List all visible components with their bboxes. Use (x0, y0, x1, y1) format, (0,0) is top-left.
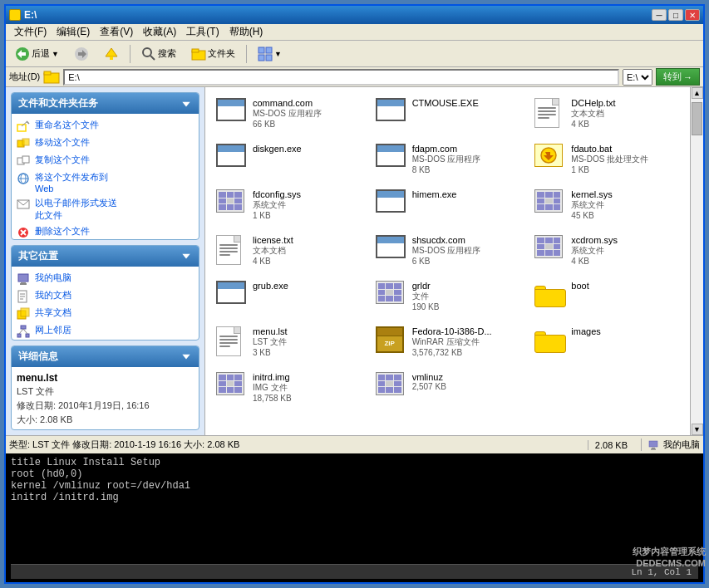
file-type: 系统文件 (571, 245, 679, 257)
file-item[interactable]: grldr文件190 KB (372, 277, 524, 316)
task-move[interactable]: 移动这个文件 (17, 135, 194, 152)
svg-marker-31 (182, 254, 190, 259)
drive-icon (43, 70, 60, 85)
view-dropdown-arrow: ▼ (274, 50, 282, 58)
menubar: 文件(F) 编辑(E) 查看(V) 收藏(A) 工具(T) 帮助(H) (6, 24, 703, 41)
file-item[interactable]: diskgen.exe (212, 140, 365, 179)
file-name: boot (571, 281, 679, 291)
svg-rect-10 (258, 47, 264, 53)
task-email[interactable]: 以电子邮件形式发送此文件 (17, 195, 194, 223)
file-item[interactable]: license.txt文本文档4 KB (212, 231, 365, 270)
file-size: 2,507 KB (412, 382, 520, 391)
file-type: WinRAR 压缩文件 (412, 336, 520, 348)
file-item[interactable]: images (530, 322, 683, 361)
titlebar-buttons: ─ □ ✕ (652, 9, 700, 21)
svg-rect-32 (18, 274, 28, 282)
collapse-icon-3 (180, 350, 192, 362)
watermark: 织梦内容管理系统 DEDECMS.COM (633, 546, 706, 568)
toolbar: 后退 ▼ 搜索 文件夹 ▼ (6, 41, 703, 67)
view-button[interactable]: ▼ (252, 44, 288, 64)
task-web[interactable]: 将这个文件发布到Web (17, 169, 194, 195)
status-location: 我的电脑 (641, 439, 700, 451)
explorer-window: E:\ ─ □ ✕ 文件(F) 编辑(E) 查看(V) 收藏(A) 工具(T) … (4, 4, 705, 584)
file-size: 3 KB (253, 348, 361, 357)
tasks-header[interactable]: 文件和文件夹任务 (12, 93, 199, 114)
file-item[interactable]: initrd.imgIMG 文件18,758 KB (212, 368, 365, 407)
file-item[interactable]: command.comMS-DOS 应用程序66 KB (212, 94, 365, 133)
file-name: vmlinuz (412, 372, 520, 382)
back-dropdown-arrow: ▼ (52, 50, 59, 58)
scrollbar[interactable]: ▲ ▼ (690, 87, 703, 435)
file-item[interactable]: fdconfig.sys系统文件1 KB (212, 185, 365, 224)
scroll-thumb[interactable] (692, 102, 702, 135)
up-button[interactable] (98, 44, 125, 64)
svg-rect-17 (17, 125, 26, 131)
file-item[interactable]: DCHelp.txt文本文档4 KB (530, 94, 683, 133)
go-button[interactable]: 转到 → (656, 68, 700, 86)
forward-button[interactable] (68, 44, 95, 64)
file-name: xcdrom.sys (571, 235, 679, 245)
task-copy[interactable]: 复制这个文件 (17, 152, 194, 169)
menu-edit[interactable]: 编辑(E) (52, 23, 95, 41)
detail-filename: menu.lst (17, 372, 194, 384)
file-item[interactable]: fdauto.batMS-DOS 批处理文件1 KB (530, 140, 683, 179)
file-item[interactable]: fdapm.comMS-DOS 应用程序8 KB (372, 140, 524, 179)
file-item[interactable]: vmlinuz2,507 KB (372, 368, 524, 407)
detail-section: 详细信息 menu.lst LST 文件 修改日期: 2010年1月19日, 1… (11, 345, 199, 430)
editor-area: title Linux Install Setuproot (hd0,0)ker… (6, 453, 703, 582)
folders-button[interactable]: 文件夹 (185, 44, 241, 64)
status-text: 类型: LST 文件 修改日期: 2010-1-19 16:16 大小: 2.0… (9, 439, 581, 451)
task-delete[interactable]: 删除这个文件 (17, 223, 194, 240)
file-name: grldr (412, 281, 520, 291)
search-button[interactable]: 搜索 (135, 44, 182, 64)
nav-my-docs[interactable]: 我的文档 (17, 287, 194, 305)
other-header[interactable]: 其它位置 (12, 246, 199, 267)
file-name: grub.exe (253, 281, 361, 291)
file-size: 4 KB (253, 257, 361, 266)
file-item[interactable]: CTMOUSE.EXE (372, 94, 524, 133)
svg-rect-42 (17, 334, 21, 337)
menu-help[interactable]: 帮助(H) (224, 23, 268, 41)
close-button[interactable]: ✕ (685, 9, 700, 21)
file-type: 文本文档 (571, 108, 679, 120)
address-label: 地址(D) (9, 71, 40, 83)
nav-network[interactable]: 网上邻居 (17, 322, 194, 340)
file-item[interactable]: grub.exe (212, 277, 365, 316)
nav-my-computer[interactable]: 我的电脑 (17, 270, 194, 287)
svg-marker-46 (182, 355, 190, 360)
file-name: kernel.sys (571, 189, 679, 199)
file-type: 文本文档 (253, 245, 361, 257)
file-name: fdapm.com (412, 144, 520, 154)
file-item[interactable]: shsucdx.comMS-DOS 应用程序6 KB (372, 231, 524, 270)
content-area: 文件和文件夹任务 重命名这个文件 移动这个文件 复制这个文件 (6, 87, 703, 435)
scroll-up[interactable]: ▲ (692, 87, 703, 99)
file-name: initrd.img (253, 372, 361, 382)
file-size: 3,576,732 KB (412, 348, 520, 357)
file-name: himem.exe (412, 189, 520, 199)
file-type: MS-DOS 批处理文件 (571, 154, 679, 165)
minimize-button[interactable]: ─ (652, 9, 667, 21)
file-item[interactable]: menu.lstLST 文件3 KB (212, 322, 365, 361)
menu-view[interactable]: 查看(V) (95, 23, 138, 41)
file-item[interactable]: ZIP Fedora-10-i386-D...WinRAR 压缩文件3,576,… (372, 322, 524, 361)
task-rename[interactable]: 重命名这个文件 (17, 117, 194, 135)
maximize-button[interactable]: □ (668, 9, 683, 21)
collapse-icon-2 (180, 250, 192, 262)
address-dropdown[interactable]: E:\ (623, 69, 652, 86)
file-size: 66 KB (253, 120, 361, 129)
menu-file[interactable]: 文件(F) (9, 23, 52, 41)
editor-content[interactable]: title Linux Install Setuproot (hd0,0)ker… (11, 457, 698, 564)
menu-favorites[interactable]: 收藏(A) (138, 23, 181, 41)
file-name: diskgen.exe (253, 144, 361, 154)
detail-header[interactable]: 详细信息 (12, 346, 199, 367)
scroll-down[interactable]: ▼ (692, 424, 703, 435)
file-item[interactable]: xcdrom.sys系统文件4 KB (530, 231, 683, 270)
address-input[interactable] (63, 69, 619, 86)
back-button[interactable]: 后退 ▼ (9, 44, 65, 64)
nav-shared-docs[interactable]: 共享文档 (17, 305, 194, 322)
menu-tools[interactable]: 工具(T) (181, 23, 224, 41)
file-item[interactable]: kernel.sys系统文件45 KB (530, 185, 683, 224)
file-item[interactable]: boot (530, 277, 683, 316)
svg-rect-9 (192, 49, 199, 52)
file-item[interactable]: himem.exe (372, 185, 524, 224)
